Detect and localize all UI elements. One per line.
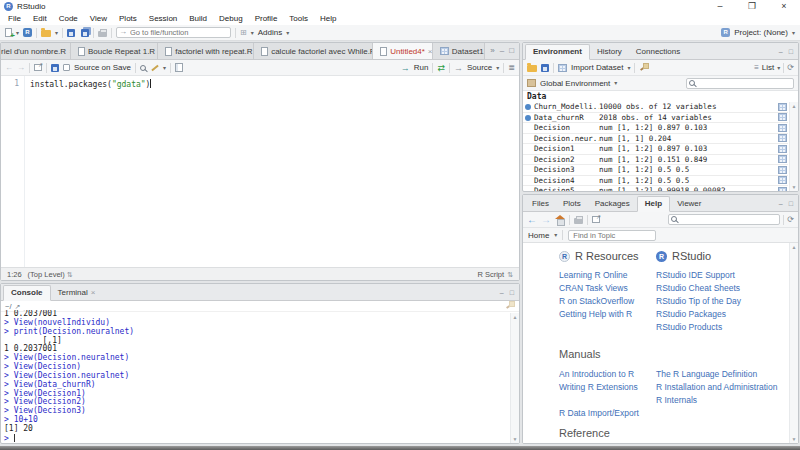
help-tab-plots[interactable]: Plots [556, 197, 588, 211]
environment-object-row[interactable]: Decision3num [1, 1:2] 0.5 0.5 [523, 165, 788, 176]
scroll-up-icon[interactable]: ▲ [790, 102, 798, 110]
code-editor[interactable]: 1 install.packages("gdata") [1, 76, 519, 267]
run-button[interactable]: Run [414, 63, 429, 72]
back-icon[interactable]: ← [527, 214, 537, 225]
menu-tools[interactable]: Tools [283, 13, 314, 25]
environment-tab-environment[interactable]: Environment [525, 44, 590, 60]
clear-environment-icon[interactable] [639, 63, 649, 73]
maximize-pane-icon[interactable]: □ [789, 48, 793, 55]
menu-code[interactable]: Code [53, 13, 84, 25]
scroll-down-icon[interactable]: ▼ [790, 183, 798, 191]
environment-object-row[interactable]: Data_churnR2018 obs. of 14 variables [523, 113, 788, 124]
open-file-icon[interactable] [41, 30, 51, 37]
help-link[interactable]: The R Language Definition [656, 368, 781, 381]
maximize-button[interactable]: ❐ [736, 0, 768, 13]
save-all-icon[interactable] [81, 29, 89, 37]
view-table-icon[interactable] [778, 155, 787, 163]
environment-object-row[interactable]: Decisionnum [1, 1:2] 0.897 0.103 [523, 123, 788, 134]
help-link[interactable]: CRAN Task Views [559, 282, 656, 295]
console-tab-terminal[interactable]: Terminal× [51, 286, 103, 300]
back-icon[interactable]: ← [5, 64, 13, 72]
scroll-down-icon[interactable]: ▼ [790, 435, 798, 443]
menu-edit[interactable]: Edit [27, 13, 53, 25]
editor-tab[interactable]: Dataset1 [433, 43, 486, 59]
scope-indicator[interactable]: (Top Level) [28, 270, 65, 279]
environment-object-row[interactable]: Churn_Modelli..10000 obs. of 12 variable… [523, 102, 788, 113]
console-tab-console[interactable]: Console [3, 285, 51, 301]
file-type-chooser-icon[interactable]: ⇅ [507, 271, 513, 279]
scope-dropdown-icon[interactable]: ▾ [614, 80, 617, 86]
help-tab-packages[interactable]: Packages [588, 197, 637, 211]
find-replace-icon[interactable] [140, 65, 146, 71]
scroll-down-icon[interactable]: ▼ [511, 435, 519, 443]
minimize-pane-icon[interactable]: – [779, 200, 783, 207]
scope-selector[interactable]: Global Environment [540, 79, 610, 88]
goto-file-input[interactable] [116, 27, 231, 38]
compile-report-icon[interactable] [175, 63, 183, 72]
view-table-icon[interactable] [778, 113, 787, 121]
view-mode-selector[interactable]: List [762, 63, 774, 72]
home-dropdown-icon[interactable]: ▾ [554, 232, 557, 238]
help-tab-help[interactable]: Help [637, 196, 670, 212]
view-table-icon[interactable] [778, 103, 787, 111]
help-home-breadcrumb[interactable]: Home [528, 231, 549, 240]
environment-object-row[interactable]: Decision1num [1, 1:2] 0.897 0.103 [523, 144, 788, 155]
help-link[interactable]: R Installation and Administration [656, 381, 781, 394]
show-in-new-window-icon[interactable] [34, 64, 42, 71]
environment-object-row[interactable]: Decision.neur..num [1, 1] 0.204 [523, 134, 788, 145]
menu-profile[interactable]: Profile [249, 13, 284, 25]
menu-build[interactable]: Build [183, 13, 213, 25]
menu-help[interactable]: Help [314, 13, 342, 25]
refresh-icon[interactable]: ⟳ [787, 216, 794, 224]
help-link[interactable]: An Introduction to R [559, 368, 656, 381]
view-table-icon[interactable] [778, 176, 787, 184]
addins-grid-icon[interactable]: ⊞ [240, 29, 247, 37]
save-icon[interactable] [67, 29, 75, 37]
code-tools-icon[interactable] [150, 63, 159, 72]
goto-directory-icon[interactable]: ↗ [14, 303, 20, 310]
editor-tab[interactable]: calcule factoriel avec While.R× [254, 43, 373, 59]
help-link[interactable]: RStudio Tip of the Day [656, 295, 781, 308]
rerun-icon[interactable]: ⇄ [437, 63, 445, 73]
help-link[interactable]: RStudio Products [656, 321, 781, 334]
environment-object-row[interactable]: Decision2num [1, 1:2] 0.151 0.849 [523, 155, 788, 166]
refresh-icon[interactable]: ⟳ [787, 64, 794, 72]
project-dropdown-icon[interactable]: ▾ [792, 30, 795, 36]
help-link[interactable]: R on StackOverflow [559, 295, 656, 308]
help-link[interactable]: Getting Help with R [559, 308, 656, 321]
source-dropdown-icon[interactable]: ▾ [496, 65, 499, 71]
environment-search-input[interactable] [686, 78, 794, 89]
import-dataset-button[interactable]: Import Dataset [571, 63, 623, 72]
help-link[interactable]: R Internals [656, 394, 781, 407]
help-scrollbar[interactable]: ▲ ▼ [789, 243, 798, 443]
help-tab-viewer[interactable]: Viewer [670, 197, 708, 211]
maximize-pane-icon[interactable]: □ [789, 200, 793, 207]
view-table-icon[interactable] [778, 124, 787, 132]
environment-object-row[interactable]: Decision4num [1, 1:2] 0.5 0.5 [523, 176, 788, 187]
help-link[interactable]: R Data Import/Export [559, 407, 656, 420]
scroll-up-icon[interactable]: ▲ [511, 313, 519, 321]
save-icon[interactable] [51, 64, 59, 72]
object-expand-icon[interactable] [525, 115, 531, 121]
project-selector[interactable]: Project: (None) [734, 28, 788, 37]
environment-object-row[interactable]: Decision5num [1, 1:2] 0.99918 0.00082 [523, 186, 788, 192]
file-type-indicator[interactable]: R Script [477, 270, 504, 279]
code-tools-dropdown-icon[interactable]: ▾ [163, 65, 166, 71]
environment-tab-connections[interactable]: Connections [629, 45, 687, 59]
environment-scrollbar[interactable]: ▲ ▼ [789, 102, 798, 191]
outline-icon[interactable]: ≣ [508, 64, 515, 72]
minimize-pane-icon[interactable]: – [779, 48, 783, 55]
close-button[interactable]: × [768, 0, 800, 13]
load-workspace-icon[interactable] [527, 65, 537, 72]
environment-tab-history[interactable]: History [590, 45, 629, 59]
editor-tab[interactable]: Boucle Repeat 1.R× [71, 43, 158, 59]
help-link[interactable]: Learning R Online [559, 269, 656, 282]
print-icon[interactable] [98, 31, 107, 37]
open-file-dropdown-icon[interactable]: ▾ [55, 30, 58, 36]
minimize-pane-icon[interactable]: – [500, 47, 504, 55]
menu-session[interactable]: Session [143, 13, 183, 25]
new-project-icon[interactable] [23, 28, 32, 37]
menu-plots[interactable]: Plots [113, 13, 143, 25]
console-output[interactable]: 1 0.2037001> View(nouvelIndividu)> print… [1, 310, 519, 443]
view-mode-dropdown-icon[interactable]: ▾ [777, 65, 780, 71]
